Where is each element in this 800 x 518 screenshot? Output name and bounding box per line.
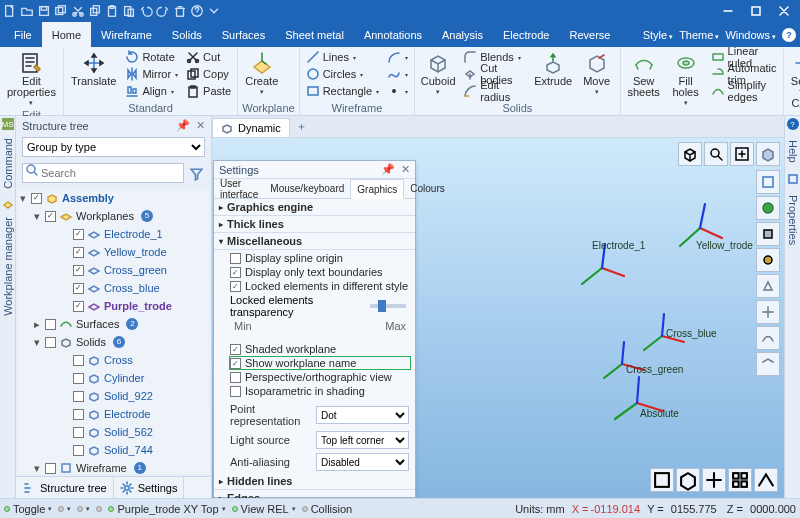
- tree-surfaces[interactable]: Surfaces: [76, 316, 119, 332]
- menu-solids[interactable]: Solids: [162, 22, 212, 47]
- paste-button[interactable]: Paste: [184, 83, 233, 99]
- menu-wireframe[interactable]: Wireframe: [91, 22, 162, 47]
- vp-btn-6[interactable]: [756, 300, 780, 324]
- rail-command[interactable]: Command: [2, 134, 14, 193]
- rail-help[interactable]: Help: [787, 136, 799, 167]
- edit-radius-button[interactable]: Edit radius: [461, 83, 529, 99]
- view-zoom-button[interactable]: [704, 142, 728, 166]
- transparency-slider[interactable]: [370, 304, 406, 308]
- vp-btn-2[interactable]: [756, 196, 780, 220]
- status-indicator-2[interactable]: ▾: [77, 505, 90, 513]
- menu-electrode[interactable]: Electrode: [493, 22, 559, 47]
- qat-help-icon[interactable]: [189, 3, 205, 19]
- tree-item-active[interactable]: Purple_trode: [104, 298, 172, 314]
- section-thick-lines[interactable]: ▸Thick lines: [214, 216, 415, 233]
- qat-saveall-icon[interactable]: [53, 3, 69, 19]
- filter-button[interactable]: [188, 163, 205, 183]
- qat-open-icon[interactable]: [19, 3, 35, 19]
- menu-annotations[interactable]: Annotations: [354, 22, 432, 47]
- tab-settings[interactable]: Settings: [114, 477, 185, 498]
- workplane-rail-icon[interactable]: [2, 197, 14, 209]
- help-button[interactable]: ?: [782, 28, 796, 42]
- cut-button[interactable]: Cut: [184, 49, 233, 65]
- qat-redo-icon[interactable]: [155, 3, 171, 19]
- tree-item[interactable]: Cross_blue: [104, 280, 160, 296]
- opt-show-workplane-name[interactable]: ✓Show workplane name: [230, 357, 410, 369]
- create-workplane-button[interactable]: Create▾: [242, 49, 281, 98]
- rail-workplane-manager[interactable]: Workplane manager: [2, 213, 14, 320]
- cuboid-button[interactable]: Cuboid▾: [419, 49, 457, 98]
- canvas-3d[interactable]: Yellow_trode Electrode_1 Cross_blue Cros…: [212, 138, 784, 498]
- menu-home[interactable]: Home: [42, 22, 91, 47]
- settings-tab-mouse[interactable]: Mouse/keyboard: [264, 179, 350, 198]
- qat-delete-icon[interactable]: [172, 3, 188, 19]
- section-misc[interactable]: ▾Miscellaneous: [214, 233, 415, 250]
- qat-cut-icon[interactable]: [70, 3, 86, 19]
- send-to-cam-button[interactable]: Send to CAM▾: [783, 49, 800, 120]
- tree-item[interactable]: Solid_744: [104, 442, 153, 458]
- minimize-button[interactable]: [714, 0, 742, 22]
- status-workplane[interactable]: Purple_trode XY Top▾: [108, 503, 225, 515]
- tree-item[interactable]: Cross: [104, 352, 133, 368]
- vp-btn-1[interactable]: [756, 170, 780, 194]
- move-button[interactable]: Move▾: [578, 49, 616, 98]
- maximize-button[interactable]: [742, 0, 770, 22]
- tree-item[interactable]: Solid_562: [104, 424, 153, 440]
- qat-paste2-icon[interactable]: [121, 3, 137, 19]
- tree-item[interactable]: Cylinder: [104, 370, 144, 386]
- settings-tab-colours[interactable]: Colours: [404, 179, 450, 198]
- vpbr-1[interactable]: [650, 468, 674, 492]
- qat-save-icon[interactable]: [36, 3, 52, 19]
- opt-spline-origin[interactable]: Display spline origin: [230, 252, 410, 264]
- pin-icon[interactable]: 📌: [176, 119, 190, 132]
- lines-button[interactable]: Lines▾: [304, 49, 382, 65]
- search-input[interactable]: [22, 163, 184, 183]
- mirror-button[interactable]: Mirror▾: [123, 66, 180, 82]
- sew-sheets-button[interactable]: Sew sheets: [625, 49, 663, 100]
- properties-rail-icon[interactable]: [787, 173, 799, 185]
- status-indicator-3[interactable]: [96, 506, 102, 512]
- qat-new-icon[interactable]: [2, 3, 18, 19]
- style-menu[interactable]: Style▾: [643, 29, 673, 41]
- close-button[interactable]: [770, 0, 798, 22]
- status-indicator-1[interactable]: ▾: [58, 505, 71, 513]
- command-badge-icon[interactable]: MS: [2, 118, 14, 130]
- settings-tab-ui[interactable]: User interface: [214, 179, 264, 198]
- menu-surfaces[interactable]: Surfaces: [212, 22, 275, 47]
- tab-structure-tree[interactable]: Structure tree: [16, 477, 114, 498]
- vpbr-4[interactable]: [728, 468, 752, 492]
- panel-close-icon[interactable]: ✕: [196, 119, 205, 132]
- windows-menu[interactable]: Windows▾: [725, 29, 776, 41]
- qat-copy-icon[interactable]: [87, 3, 103, 19]
- tree-solids[interactable]: Solids: [76, 334, 106, 350]
- settings-tab-graphics[interactable]: Graphics: [350, 179, 404, 199]
- vp-btn-4[interactable]: [756, 248, 780, 272]
- opt-isoparametric[interactable]: Isoparametric in shading: [230, 385, 410, 397]
- menu-analysis[interactable]: Analysis: [432, 22, 493, 47]
- section-edges[interactable]: ▸Edges: [214, 490, 415, 498]
- rail-properties[interactable]: Properties: [787, 191, 799, 249]
- wf-extra1-button[interactable]: ▾: [385, 49, 410, 65]
- tree-item[interactable]: Yellow_trode: [104, 244, 167, 260]
- circles-button[interactable]: Circles▾: [304, 66, 382, 82]
- vp-btn-3[interactable]: [756, 222, 780, 246]
- theme-menu[interactable]: Theme▾: [679, 29, 719, 41]
- tree-item[interactable]: Cross_green: [104, 262, 167, 278]
- status-view[interactable]: View REL▾: [232, 503, 296, 515]
- add-tab-button[interactable]: ＋: [290, 116, 313, 137]
- menu-file[interactable]: File: [4, 22, 42, 47]
- wf-extra2-button[interactable]: ▾: [385, 66, 410, 82]
- rectangle-button[interactable]: Rectangle▾: [304, 83, 382, 99]
- tree-workplanes[interactable]: Workplanes: [76, 208, 134, 224]
- lightsource-select[interactable]: Top left corner: [316, 431, 409, 449]
- view-fit-button[interactable]: [730, 142, 754, 166]
- vpbr-5[interactable]: [754, 468, 778, 492]
- qat-paste-icon[interactable]: [104, 3, 120, 19]
- tree-assembly[interactable]: Assembly: [62, 190, 114, 206]
- tree-item[interactable]: Solid_922: [104, 388, 153, 404]
- menu-sheetmetal[interactable]: Sheet metal: [275, 22, 354, 47]
- settings-pin-icon[interactable]: 📌: [381, 163, 395, 176]
- view-shade-button[interactable]: [756, 142, 780, 166]
- antialias-select[interactable]: Disabled: [316, 453, 409, 471]
- tree-item[interactable]: Electrode: [104, 406, 150, 422]
